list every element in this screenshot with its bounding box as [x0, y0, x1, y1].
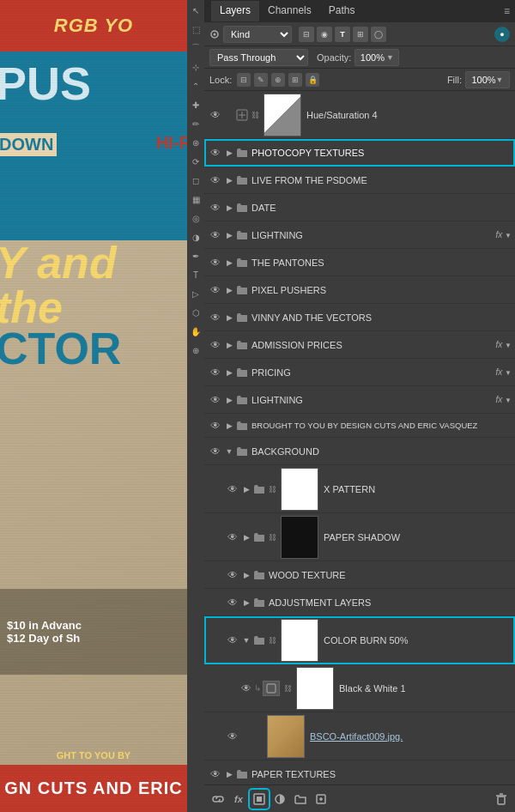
tool-gradient[interactable]: ▦	[189, 192, 203, 206]
fill-value[interactable]: 100% ▼	[465, 71, 510, 88]
layer-expand-toggle[interactable]: ▶	[223, 202, 235, 214]
layer-visibility-toggle[interactable]: 👁	[208, 200, 223, 215]
layer-visibility-toggle[interactable]: 👁	[208, 444, 223, 459]
create-group-button[interactable]	[292, 791, 309, 808]
layer-row[interactable]: 👁 ▶ LIGHTNING fx ▼	[204, 221, 515, 249]
layer-visibility-toggle[interactable]: 👁	[225, 482, 240, 497]
tool-history[interactable]: ⟳	[189, 155, 203, 168]
layer-visibility-toggle[interactable]: 👁	[208, 337, 223, 353]
tool-crop[interactable]: ⊹	[189, 60, 203, 74]
layer-row[interactable]: 👁 ⛓ Hue/Saturation 4	[204, 91, 515, 139]
layer-visibility-toggle[interactable]: 👁	[225, 729, 240, 744]
layer-row[interactable]: 👁 ▶ ⛓ X PATTERN	[204, 465, 515, 513]
layer-row[interactable]: 👁 ▶ ⛓ PAPER SHADOW	[204, 513, 515, 561]
tab-channels[interactable]: Channels	[259, 1, 320, 21]
tool-hand[interactable]: ✋	[189, 324, 203, 338]
layer-expand-toggle[interactable]: ▶	[240, 569, 252, 581]
layer-visibility-toggle[interactable]: 👁	[225, 633, 240, 648]
layer-row[interactable]: 👁 ▶ WOOD TEXTURE	[204, 561, 515, 589]
tool-select[interactable]: ⬚	[189, 22, 203, 36]
layer-row[interactable]: 👁 ▶ THE PANTONES	[204, 249, 515, 276]
filter-pixel-icon[interactable]: ⊟	[299, 27, 314, 42]
layer-row[interactable]: 👁 ▶ PRICING fx ▼	[204, 359, 515, 386]
link-layers-button[interactable]	[209, 791, 227, 808]
layer-visibility-toggle[interactable]: 👁	[208, 767, 223, 782]
layer-row[interactable]: 👁 ▼ ⛓ COLOR BURN 50%	[204, 616, 515, 664]
tool-heal[interactable]: ✚	[189, 98, 203, 112]
filter-toggle[interactable]: ●	[494, 27, 510, 42]
layer-row[interactable]: 👁 ▶ ADMISSION PRICES fx ▼	[204, 331, 515, 359]
kind-dropdown[interactable]: Kind	[223, 26, 292, 43]
layer-expand-toggle[interactable]: ▶	[223, 147, 235, 159]
layer-visibility-toggle[interactable]: 👁	[208, 418, 223, 433]
layer-visibility-toggle[interactable]: 👁	[208, 107, 223, 123]
blend-mode-dropdown[interactable]: Pass Through	[209, 49, 308, 66]
layer-visibility-toggle[interactable]: 👁	[225, 595, 240, 610]
layer-visibility-toggle[interactable]: 👁	[208, 227, 223, 243]
tab-paths[interactable]: Paths	[320, 1, 364, 21]
delete-layer-button[interactable]	[493, 791, 510, 808]
tool-blur[interactable]: ◎	[189, 211, 203, 225]
layer-row[interactable]: 👁 ▶ VINNY AND THE VECTORS	[204, 304, 515, 331]
layer-link-icon[interactable]: ⛓	[249, 109, 261, 121]
lock-position-icon[interactable]: ⊕	[271, 73, 285, 87]
layer-link-icon[interactable]: ⛓	[266, 531, 278, 543]
layer-expand-toggle[interactable]: ▶	[240, 531, 252, 543]
layer-row[interactable]: 👁 ↳ ⛓ Black & White 1	[204, 664, 515, 712]
layer-expand-toggle[interactable]: ▶	[223, 367, 235, 379]
layer-visibility-toggle[interactable]: 👁	[208, 365, 223, 380]
tool-move[interactable]: ↖	[189, 3, 203, 17]
filter-type-icon[interactable]: T	[335, 27, 350, 42]
tab-layers[interactable]: Layers	[211, 1, 259, 21]
tool-path[interactable]: ▷	[189, 287, 203, 300]
layer-expand-toggle[interactable]: ▼	[240, 634, 252, 646]
new-layer-button[interactable]	[312, 791, 330, 808]
tool-lasso[interactable]: ⌒	[189, 41, 203, 55]
layer-fx-button[interactable]: fx	[230, 791, 247, 808]
layer-row[interactable]: 👁 ▶ LIGHTNING fx ▼	[204, 386, 515, 414]
layer-row[interactable]: 👁 ▶ PAPER TEXTURES	[204, 760, 515, 785]
layer-link-icon[interactable]: ⛓	[282, 682, 294, 694]
layer-expand-toggle[interactable]: ▶	[223, 420, 235, 432]
layers-list[interactable]: 👁 ⛓ Hue/Saturation 4 👁 ▶ PHOTOCOPY TEXTU…	[204, 91, 515, 785]
tool-shape[interactable]: ⬡	[189, 306, 203, 319]
layer-expand-toggle[interactable]: ▶	[223, 229, 235, 241]
layer-visibility-toggle[interactable]: 👁	[208, 310, 223, 325]
layer-expand-toggle[interactable]: ▶	[223, 339, 235, 351]
filter-adjust-icon[interactable]: ◉	[317, 27, 332, 42]
lock-transparent-icon[interactable]: ⊟	[237, 73, 251, 87]
layer-expand-toggle[interactable]: ▼	[223, 445, 235, 458]
add-adjustment-button[interactable]	[271, 791, 288, 808]
layer-expand-toggle[interactable]: ▶	[240, 597, 252, 609]
add-mask-button[interactable]	[251, 791, 268, 808]
layer-row[interactable]: 👁 ▶ ADJUSTMENT LAYERS	[204, 589, 515, 616]
filter-smart-icon[interactable]: ◯	[371, 27, 386, 42]
layer-row[interactable]: 👁 BSCO-Artifact009.jpg.	[204, 712, 515, 760]
layer-visibility-toggle[interactable]: 👁	[239, 681, 254, 696]
layer-expand-toggle[interactable]: ▶	[240, 483, 252, 495]
layer-link-icon[interactable]: ⛓	[266, 634, 278, 646]
filter-shape-icon[interactable]: ⊞	[353, 27, 368, 42]
tool-stamp[interactable]: ⊛	[189, 136, 203, 149]
layer-visibility-toggle[interactable]: 👁	[208, 255, 223, 270]
tool-eyedropper[interactable]: ⌃	[189, 79, 203, 93]
tool-zoom[interactable]: ⊕	[189, 343, 203, 357]
layer-row[interactable]: 👁 ▼ BACKGROUND	[204, 438, 515, 465]
panel-menu-icon[interactable]: ≡	[504, 5, 510, 17]
tool-eraser[interactable]: ◻	[189, 173, 203, 187]
layer-visibility-toggle[interactable]: 👁	[208, 145, 223, 161]
layer-expand-toggle[interactable]: ▶	[223, 174, 235, 186]
opacity-value[interactable]: 100% ▼	[354, 49, 399, 66]
layer-expand-toggle[interactable]: ▶	[223, 284, 235, 296]
layer-visibility-toggle[interactable]: 👁	[208, 282, 223, 298]
layer-row[interactable]: 👁 ▶ BROUGHT TO YOU BY DESIGN CUTS AND ER…	[204, 414, 515, 438]
lock-artboard-icon[interactable]: ⊞	[288, 73, 302, 87]
layer-row[interactable]: 👁 ▶ PHOTOCOPY TEXTURES	[204, 139, 515, 167]
layer-expand-toggle[interactable]: ▶	[223, 312, 235, 324]
layer-link-icon[interactable]: ⛓	[266, 483, 278, 495]
layer-visibility-toggle[interactable]: 👁	[208, 173, 223, 188]
lock-all-icon[interactable]: 🔒	[306, 73, 319, 87]
tool-brush[interactable]: ✏	[189, 117, 203, 130]
layer-expand-toggle[interactable]: ▶	[223, 257, 235, 269]
tool-text[interactable]: T	[189, 268, 203, 282]
